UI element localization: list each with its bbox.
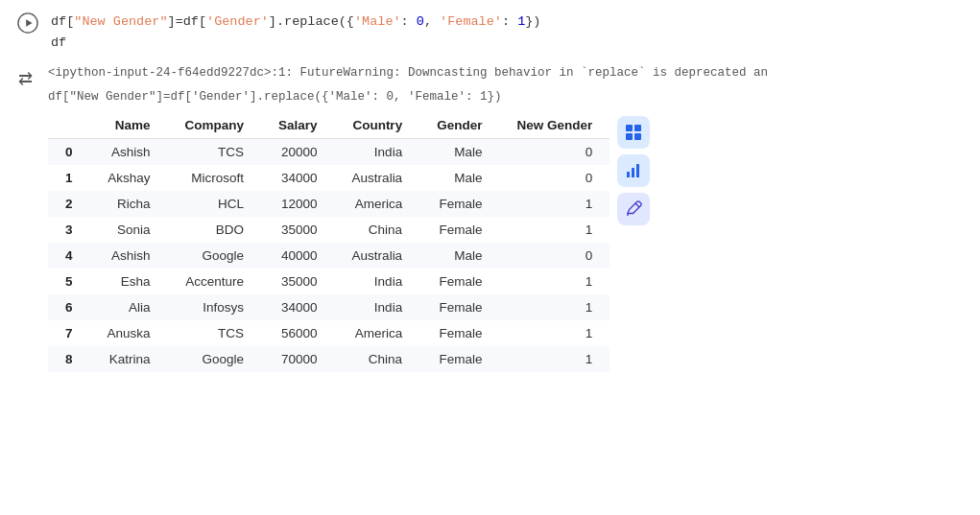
cell-5-0: 5	[48, 269, 90, 294]
cell-2-4: America	[335, 191, 420, 217]
table-view-button[interactable]	[617, 116, 650, 149]
cell-0-6: 0	[499, 138, 610, 165]
cell-8-4: China	[335, 346, 420, 372]
col-name: Name	[90, 112, 168, 139]
table-row: 4AshishGoogle40000AustraliaMale0	[48, 243, 610, 269]
cell-1-4: Australia	[335, 165, 420, 191]
dataframe-wrapper: Name Company Salary Country Gender New G…	[48, 112, 980, 372]
cell-5-1: Esha	[90, 269, 168, 294]
dataframe-table: Name Company Salary Country Gender New G…	[48, 112, 610, 372]
cell-2-3: 12000	[261, 191, 335, 217]
svg-marker-1	[26, 19, 32, 26]
svg-rect-7	[632, 168, 634, 177]
cell-3-0: 3	[48, 217, 90, 243]
cell-0-3: 20000	[261, 138, 335, 165]
cell-2-2: HCL	[168, 191, 262, 217]
table-row: 5EshaAccenture35000IndiaFemale1	[48, 269, 610, 294]
warning-text-1: <ipython-input-24-f64edd9227dc>:1: Futur…	[48, 64, 980, 82]
cell-6-0: 6	[48, 294, 90, 320]
swap-icon: ⇄	[18, 68, 33, 89]
svg-rect-5	[634, 133, 641, 140]
svg-line-9	[635, 203, 639, 207]
cell-1-2: Microsoft	[168, 165, 262, 191]
col-new-gender: New Gender	[499, 112, 610, 139]
cell-8-6: 1	[499, 346, 610, 372]
cell-3-5: Female	[419, 217, 499, 243]
warning-text-2: df["New Gender"]=df['Gender'].replace({'…	[48, 88, 980, 106]
cell-2-0: 2	[48, 191, 90, 217]
cell-8-5: Female	[419, 346, 499, 372]
cell-1-6: 0	[499, 165, 610, 191]
col-salary: Salary	[261, 112, 335, 139]
cell-8-1: Katrina	[90, 346, 168, 372]
cell-input: df["New Gender"]=df['Gender'].replace({'…	[0, 0, 980, 60]
cell-1-1: Akshay	[90, 165, 168, 191]
col-country: Country	[335, 112, 420, 139]
cell-7-3: 56000	[261, 320, 335, 346]
cell-4-1: Ashish	[90, 243, 168, 269]
cell-6-2: Infosys	[168, 294, 262, 320]
cell-8-3: 70000	[261, 346, 335, 372]
code-line-1: df["New Gender"]=df['Gender'].replace({'…	[51, 12, 540, 33]
edit-button[interactable]	[617, 193, 650, 225]
cell-7-4: America	[335, 320, 420, 346]
col-index	[48, 112, 90, 139]
cell-8-0: 8	[48, 346, 90, 372]
output-swap-icon: ⇄	[12, 64, 38, 89]
cell-0-0: 0	[48, 138, 90, 165]
svg-rect-6	[627, 172, 630, 177]
cell-output: ⇄ <ipython-input-24-f64edd9227dc>:1: Fut…	[0, 60, 980, 376]
cell-6-5: Female	[419, 294, 499, 320]
col-company: Company	[168, 112, 262, 139]
cell-3-6: 1	[499, 217, 610, 243]
cell-4-5: Male	[419, 243, 499, 269]
table-row: 1AkshayMicrosoft34000AustraliaMale0	[48, 165, 610, 191]
code-block: df["New Gender"]=df['Gender'].replace({'…	[51, 8, 540, 53]
table-row: 0AshishTCS20000IndiaMale0	[48, 138, 610, 165]
cell-4-0: 4	[48, 243, 90, 269]
table-row: 7AnuskaTCS56000AmericaFemale1	[48, 320, 610, 346]
cell-0-1: Ashish	[90, 138, 168, 165]
chart-view-button[interactable]	[617, 154, 650, 187]
cell-6-3: 34000	[261, 294, 335, 320]
cell-5-4: India	[335, 269, 420, 294]
cell-1-3: 34000	[261, 165, 335, 191]
cell-2-1: Richa	[90, 191, 168, 217]
cell-1-5: Male	[419, 165, 499, 191]
cell-6-4: India	[335, 294, 420, 320]
cell-4-3: 40000	[261, 243, 335, 269]
cell-3-3: 35000	[261, 217, 335, 243]
svg-rect-2	[626, 125, 633, 131]
table-row: 8KatrinaGoogle70000ChinaFemale1	[48, 346, 610, 372]
svg-rect-3	[634, 125, 641, 131]
cell-5-2: Accenture	[168, 269, 262, 294]
cell-5-5: Female	[419, 269, 499, 294]
output-content: <ipython-input-24-f64edd9227dc>:1: Futur…	[48, 64, 980, 372]
cell-0-5: Male	[419, 138, 499, 165]
notebook-cell: df["New Gender"]=df['Gender'].replace({'…	[0, 0, 980, 376]
cell-5-6: 1	[499, 269, 610, 294]
run-button[interactable]	[14, 10, 41, 36]
cell-8-2: Google	[168, 346, 262, 372]
code-line-2: df	[51, 33, 540, 54]
cell-4-4: Australia	[335, 243, 420, 269]
cell-3-1: Sonia	[90, 217, 168, 243]
cell-7-0: 7	[48, 320, 90, 346]
cell-0-4: India	[335, 138, 420, 165]
table-action-buttons	[617, 112, 650, 225]
cell-3-2: BDO	[168, 217, 262, 243]
cell-7-2: TCS	[168, 320, 262, 346]
cell-6-1: Alia	[90, 294, 168, 320]
cell-7-1: Anuska	[90, 320, 168, 346]
table-row: 2RichaHCL12000AmericaFemale1	[48, 191, 610, 217]
cell-6-6: 1	[499, 294, 610, 320]
cell-0-2: TCS	[168, 138, 262, 165]
cell-4-6: 0	[499, 243, 610, 269]
svg-rect-8	[636, 164, 639, 177]
cell-4-2: Google	[168, 243, 262, 269]
cell-5-3: 35000	[261, 269, 335, 294]
cell-2-6: 1	[499, 191, 610, 217]
col-gender: Gender	[419, 112, 499, 139]
table-header-row: Name Company Salary Country Gender New G…	[48, 112, 610, 139]
cell-7-6: 1	[499, 320, 610, 346]
